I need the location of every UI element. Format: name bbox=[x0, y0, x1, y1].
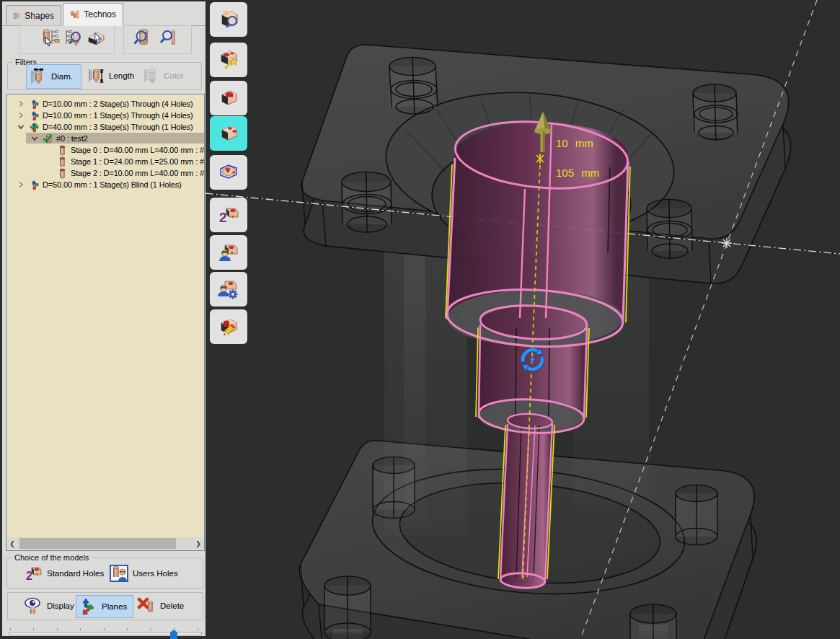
hole-box-selected-icon bbox=[216, 121, 241, 146]
eye-icon bbox=[24, 596, 43, 615]
filter-color-button[interactable]: Color bbox=[139, 64, 190, 87]
create-hole-wizard-button[interactable] bbox=[210, 43, 247, 77]
svg-text:2: 2 bbox=[26, 570, 32, 582]
bolt-hole bbox=[342, 172, 392, 234]
standard-holes-button[interactable]: 2 Standard Holes bbox=[25, 563, 104, 584]
user-hole-button[interactable] bbox=[210, 235, 247, 270]
tree-horizontal-scrollbar[interactable]: ❮ ❯ bbox=[6, 537, 204, 550]
zoom-hole-thin-button[interactable] bbox=[159, 28, 178, 48]
slider-tick bbox=[127, 628, 128, 630]
tree-item[interactable]: D=50.00 mm : 1 Stage(s) Blind (1 Holes) bbox=[7, 179, 203, 190]
hole-box-icon bbox=[216, 86, 241, 110]
tab-technos-label: Technos bbox=[84, 9, 116, 19]
tree-item[interactable]: Stage 1 : D=24.00 mm L=25.00 mm : #0 bbox=[7, 156, 203, 167]
hole-group-icon bbox=[29, 110, 40, 121]
analyze-hole-button[interactable]: ? bbox=[210, 2, 247, 37]
zoom-hole-wide-button[interactable] bbox=[131, 28, 151, 48]
svg-text:2: 2 bbox=[219, 210, 227, 225]
chevron-expanded-icon[interactable] bbox=[17, 123, 25, 131]
hole-group-icon bbox=[29, 99, 40, 110]
hole-bounding-box-icon bbox=[216, 160, 241, 185]
slider-tick bbox=[80, 628, 81, 630]
slider-tick bbox=[57, 628, 58, 630]
left-panel: Shapes Technos bbox=[2, 1, 205, 636]
chevron-collapsed-icon[interactable] bbox=[17, 112, 25, 119]
pick-hole-cursor-button[interactable] bbox=[40, 28, 60, 48]
slider-thumb[interactable] bbox=[170, 630, 177, 639]
create-hole-wizard-icon bbox=[216, 48, 241, 72]
user-settings-button[interactable] bbox=[210, 272, 247, 307]
chevron-collapsed-icon[interactable] bbox=[17, 100, 25, 107]
users-holes-button[interactable]: Users Holes bbox=[110, 563, 178, 584]
dim-depth-label: 105 mm bbox=[556, 167, 599, 179]
threaded-cylinder-icon bbox=[70, 6, 79, 22]
standard-holes-side-button[interactable]: 2 bbox=[210, 198, 247, 232]
filter-length-button[interactable]: Length bbox=[84, 64, 136, 87]
users-holes-icon bbox=[110, 564, 128, 583]
planes-button[interactable]: Planes bbox=[76, 595, 133, 618]
holes-tree[interactable]: D=10.00 mm : 2 Stage(s) Through (4 Holes… bbox=[6, 94, 205, 551]
hole-checked-icon bbox=[43, 133, 53, 144]
stage-cylinder-icon bbox=[57, 168, 68, 179]
bolt-hole bbox=[647, 200, 692, 260]
user-settings-icon bbox=[216, 277, 241, 301]
find-hole-magnifier-button[interactable] bbox=[63, 28, 83, 48]
tree-item[interactable]: Stage 0 : D=40.00 mm L=40.00 mm : #0 bbox=[7, 144, 203, 156]
cylinders-icon bbox=[13, 9, 20, 23]
slider-tick bbox=[198, 628, 198, 630]
stage-cylinder-icon bbox=[57, 145, 68, 156]
zoom-hole-thin-icon bbox=[159, 28, 178, 48]
length-filter-icon bbox=[87, 66, 105, 85]
scroll-left-arrow[interactable]: ❮ bbox=[6, 537, 18, 550]
stage-cylinder-icon bbox=[57, 157, 68, 167]
standard-holes-label: Standard Holes bbox=[47, 569, 104, 578]
bolt-hole bbox=[389, 58, 438, 116]
tree-item-label: D=10.00 mm : 2 Stage(s) Through (4 Holes… bbox=[43, 100, 193, 108]
tree-item-label: Stage 2 : D=10.00 mm L=40.00 mm : #0 bbox=[71, 169, 205, 177]
bolt-hole bbox=[676, 485, 717, 545]
diameter-filter-icon bbox=[29, 67, 48, 86]
tree-item-label: #0 : test2 bbox=[56, 134, 88, 143]
scrollbar-thumb[interactable] bbox=[19, 538, 176, 549]
tree-item[interactable]: D=40.00 mm : 3 Stage(s) Through (1 Holes… bbox=[7, 121, 203, 133]
tree-item-selected[interactable]: #0 : test2 bbox=[7, 133, 203, 144]
pick-face-cursor-icon bbox=[87, 28, 106, 48]
scroll-right-arrow[interactable]: ❯ bbox=[193, 537, 204, 550]
display-button[interactable]: Display bbox=[24, 595, 74, 617]
slider-tick bbox=[104, 628, 105, 630]
slider-tick bbox=[151, 628, 151, 630]
hole-group-icon bbox=[29, 180, 40, 190]
tree-item-label: D=10.00 mm : 1 Stage(s) Through (4 Holes… bbox=[43, 111, 193, 120]
svg-text:?: ? bbox=[223, 9, 229, 19]
standard-holes-icon-side: 2 bbox=[216, 203, 241, 227]
tree-item-label: Stage 0 : D=40.00 mm L=40.00 mm : #0 bbox=[71, 146, 205, 154]
analyze-hole-icon: ? bbox=[216, 7, 241, 32]
rotate-manipulator[interactable] bbox=[522, 348, 543, 371]
tab-bar: Shapes Technos bbox=[2, 3, 205, 25]
models-group: Choice of the models 2 Standard Holes bbox=[6, 558, 203, 589]
hole-box-button[interactable] bbox=[210, 81, 247, 115]
origin-star bbox=[722, 238, 732, 248]
find-hole-magnifier-icon bbox=[63, 28, 83, 48]
transparency-slider[interactable] bbox=[6, 625, 204, 638]
tree-item[interactable]: D=10.00 mm : 1 Stage(s) Through (4 Holes… bbox=[7, 110, 203, 121]
zoom-hole-wide-icon bbox=[131, 28, 151, 48]
color-filter-icon bbox=[141, 66, 160, 85]
slider-tick bbox=[10, 628, 11, 630]
tab-shapes[interactable]: Shapes bbox=[6, 5, 61, 25]
models-group-label: Choice of the models bbox=[12, 553, 91, 562]
delete-button[interactable]: Delete bbox=[137, 595, 184, 617]
filter-diam-button[interactable]: Diam. bbox=[26, 64, 81, 89]
pick-face-cursor-button[interactable] bbox=[87, 28, 106, 48]
tree-item[interactable]: D=10.00 mm : 2 Stage(s) Through (4 Holes… bbox=[7, 98, 203, 110]
dim-offset-label: 10 mm bbox=[556, 137, 593, 149]
hole-box-selected-button[interactable] bbox=[210, 116, 247, 151]
tree-item[interactable]: Stage 2 : D=10.00 mm L=40.00 mm : #0 bbox=[7, 167, 203, 179]
slider-tick bbox=[33, 628, 34, 630]
edit-hole-button[interactable] bbox=[210, 309, 247, 344]
chevron-expanded-icon[interactable] bbox=[31, 135, 38, 142]
planes-triad-icon bbox=[79, 598, 97, 616]
hole-bounding-box-button[interactable] bbox=[210, 155, 247, 190]
chevron-collapsed-icon[interactable] bbox=[17, 181, 25, 188]
tab-technos[interactable]: Technos bbox=[63, 3, 123, 25]
